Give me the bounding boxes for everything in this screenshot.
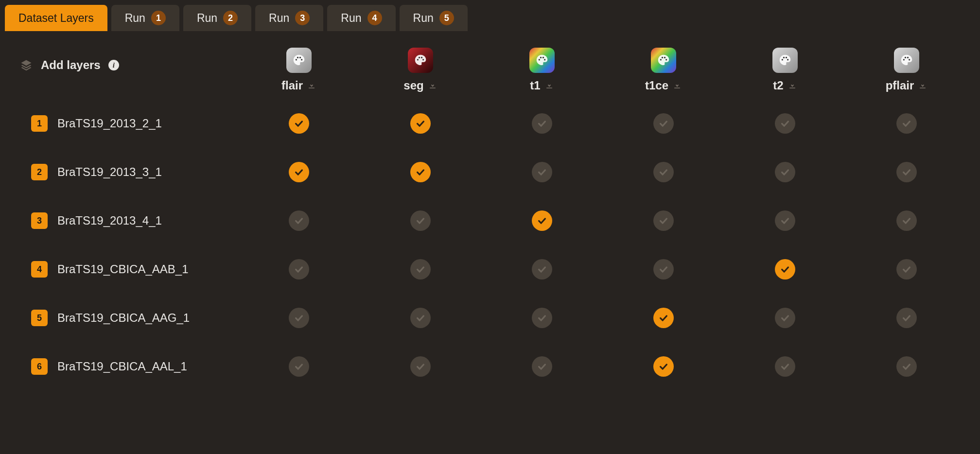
palette-icon[interactable] (894, 48, 919, 73)
column-header-flair: flair (238, 31, 360, 99)
svg-point-20 (903, 59, 905, 60)
layer-toggle[interactable] (532, 308, 552, 328)
layer-toggle[interactable] (653, 259, 674, 279)
row-label[interactable]: 4BraTS19_CBICA_AAB_1 (5, 245, 238, 294)
layer-toggle[interactable] (410, 162, 431, 182)
download-icon[interactable] (307, 81, 316, 90)
tab-run[interactable]: Run1 (111, 5, 179, 31)
layer-toggle[interactable] (532, 210, 552, 231)
tab-badge: 3 (295, 11, 310, 25)
layer-toggle[interactable] (653, 308, 674, 328)
row-label[interactable]: 1BraTS19_2013_2_1 (5, 99, 238, 148)
palette-icon[interactable] (286, 48, 312, 73)
cell (724, 342, 846, 391)
column-label-text: t1ce (645, 79, 668, 92)
layer-toggle[interactable] (410, 113, 431, 134)
palette-icon[interactable] (772, 48, 798, 73)
layer-toggle[interactable] (410, 356, 431, 377)
layer-toggle[interactable] (775, 162, 795, 182)
layer-toggle[interactable] (653, 113, 674, 134)
cell (481, 148, 603, 196)
info-icon[interactable]: i (108, 60, 119, 70)
tab-run[interactable]: Run5 (400, 5, 468, 31)
layer-toggle[interactable] (410, 259, 431, 279)
palette-icon[interactable] (651, 48, 676, 73)
layer-toggle[interactable] (896, 308, 917, 328)
cell (846, 148, 967, 196)
column-header-pflair: pflair (846, 31, 967, 99)
layer-toggle[interactable] (896, 113, 917, 134)
layer-toggle[interactable] (775, 308, 795, 328)
layer-toggle[interactable] (532, 162, 552, 182)
row-name: BraTS19_2013_2_1 (57, 117, 162, 130)
layer-toggle[interactable] (775, 259, 795, 279)
column-label[interactable]: t1 (530, 79, 554, 92)
layer-toggle[interactable] (653, 356, 674, 377)
svg-point-12 (660, 59, 662, 60)
cell (846, 245, 967, 294)
layer-toggle[interactable] (532, 259, 552, 279)
svg-point-16 (782, 59, 783, 60)
row-number-badge: 5 (31, 310, 48, 326)
layer-toggle[interactable] (896, 162, 917, 182)
download-icon[interactable] (672, 81, 682, 90)
row-label[interactable]: 3BraTS19_2013_4_1 (5, 196, 238, 245)
layer-toggle[interactable] (289, 210, 309, 231)
layer-toggle[interactable] (896, 259, 917, 279)
layer-toggle[interactable] (289, 356, 309, 377)
add-layers[interactable]: Add layersi (5, 31, 238, 99)
layer-toggle[interactable] (289, 162, 309, 182)
download-icon[interactable] (788, 81, 797, 90)
download-icon[interactable] (428, 81, 438, 90)
tab-label: Run (125, 12, 145, 25)
cell (481, 196, 603, 245)
palette-icon[interactable] (529, 48, 555, 73)
layer-toggle[interactable] (775, 113, 795, 134)
tab-run[interactable]: Run2 (183, 5, 251, 31)
layer-toggle[interactable] (653, 210, 674, 231)
column-label[interactable]: pflair (886, 79, 928, 92)
layer-toggle[interactable] (896, 210, 917, 231)
svg-point-4 (417, 59, 419, 60)
add-layers-label: Add layers (41, 58, 101, 72)
tab-run[interactable]: Run4 (327, 5, 395, 31)
download-icon[interactable] (544, 81, 554, 90)
row-name: BraTS19_2013_4_1 (57, 214, 162, 227)
palette-icon[interactable] (408, 48, 433, 73)
row-label[interactable]: 2BraTS19_2013_3_1 (5, 148, 238, 196)
layer-toggle[interactable] (532, 113, 552, 134)
svg-point-14 (664, 57, 665, 58)
row-name: BraTS19_2013_3_1 (57, 165, 162, 179)
layer-toggle[interactable] (653, 162, 674, 182)
cell (603, 196, 724, 245)
row-number-badge: 1 (31, 115, 48, 132)
svg-point-21 (905, 57, 906, 58)
layer-toggle[interactable] (896, 356, 917, 377)
layer-toggle[interactable] (775, 210, 795, 231)
column-label[interactable]: seg (403, 79, 437, 92)
layer-toggle[interactable] (289, 308, 309, 328)
cell (360, 99, 481, 148)
layer-toggle[interactable] (410, 308, 431, 328)
tab-run[interactable]: Run3 (255, 5, 323, 31)
row-label[interactable]: 6BraTS19_CBICA_AAL_1 (5, 342, 238, 391)
column-label[interactable]: flair (281, 79, 316, 92)
layer-toggle[interactable] (410, 210, 431, 231)
layer-toggle[interactable] (775, 356, 795, 377)
column-label[interactable]: t1ce (645, 79, 682, 92)
cell (360, 245, 481, 294)
cell (724, 294, 846, 342)
download-icon[interactable] (918, 81, 928, 90)
layer-toggle[interactable] (289, 259, 309, 279)
tab-dataset-layers[interactable]: Dataset Layers (5, 5, 107, 31)
tab-label: Dataset Layers (18, 12, 94, 25)
cell (481, 245, 603, 294)
layer-toggle[interactable] (532, 356, 552, 377)
tab-badge: 2 (223, 11, 238, 25)
column-label[interactable]: t2 (773, 79, 797, 92)
column-label-text: t2 (773, 79, 783, 92)
svg-point-1 (297, 57, 298, 58)
row-label[interactable]: 5BraTS19_CBICA_AAG_1 (5, 294, 238, 342)
cell (360, 148, 481, 196)
layer-toggle[interactable] (289, 113, 309, 134)
